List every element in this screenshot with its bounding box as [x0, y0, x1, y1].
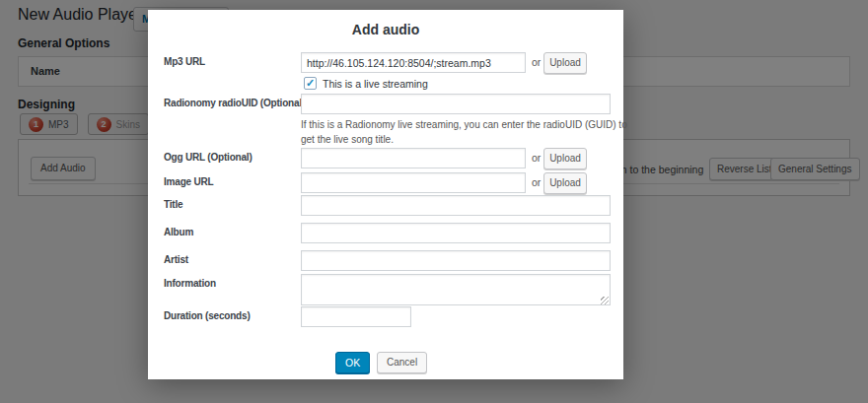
live-streaming-label: This is a live streaming — [323, 78, 428, 90]
duration-label: Duration (seconds) — [164, 310, 251, 321]
dialog-title: Add audio — [148, 22, 623, 37]
live-streaming-checkbox[interactable]: ✓ — [304, 77, 317, 90]
ok-button[interactable]: OK — [335, 352, 370, 373]
or-text: or — [532, 56, 541, 68]
screen: New Audio Player Manage Audio Players Ge… — [0, 0, 868, 403]
image-url-input[interactable] — [301, 172, 526, 193]
radio-uid-description: If this is a Radionomy live streaming, y… — [301, 117, 616, 147]
or-text: or — [532, 176, 541, 188]
image-upload-button[interactable]: Upload — [543, 172, 587, 194]
mp3-upload-button[interactable]: Upload — [543, 52, 587, 74]
textarea-resize-handle-icon[interactable] — [601, 297, 609, 304]
artist-input[interactable] — [301, 250, 611, 271]
radio-uid-description-line2: get the live song title. — [301, 132, 616, 147]
mp3-url-input[interactable] — [301, 52, 526, 73]
album-input[interactable] — [301, 223, 611, 243]
duration-input[interactable] — [301, 306, 411, 327]
title-label: Title — [164, 199, 182, 210]
album-label: Album — [164, 227, 193, 237]
radio-uid-input[interactable] — [301, 94, 611, 114]
title-input[interactable] — [301, 195, 611, 216]
ogg-url-label: Ogg URL (Optional) — [164, 152, 253, 163]
mp3-url-label: Mp3 URL — [164, 56, 205, 67]
ogg-upload-button[interactable]: Upload — [543, 148, 587, 169]
information-textarea[interactable] — [301, 274, 611, 305]
cancel-button[interactable]: Cancel — [377, 352, 427, 373]
image-url-label: Image URL — [164, 176, 213, 187]
or-text: or — [532, 152, 541, 164]
artist-label: Artist — [164, 254, 188, 265]
radio-uid-description-line1: If this is a Radionomy live streaming, y… — [301, 117, 616, 132]
add-audio-dialog: Add audio Mp3 URL or Upload ✓ This is a … — [148, 10, 623, 379]
information-label: Information — [164, 278, 216, 289]
radio-uid-label: Radionomy radioUID (Optional) — [164, 98, 305, 108]
ogg-url-input[interactable] — [301, 148, 526, 168]
